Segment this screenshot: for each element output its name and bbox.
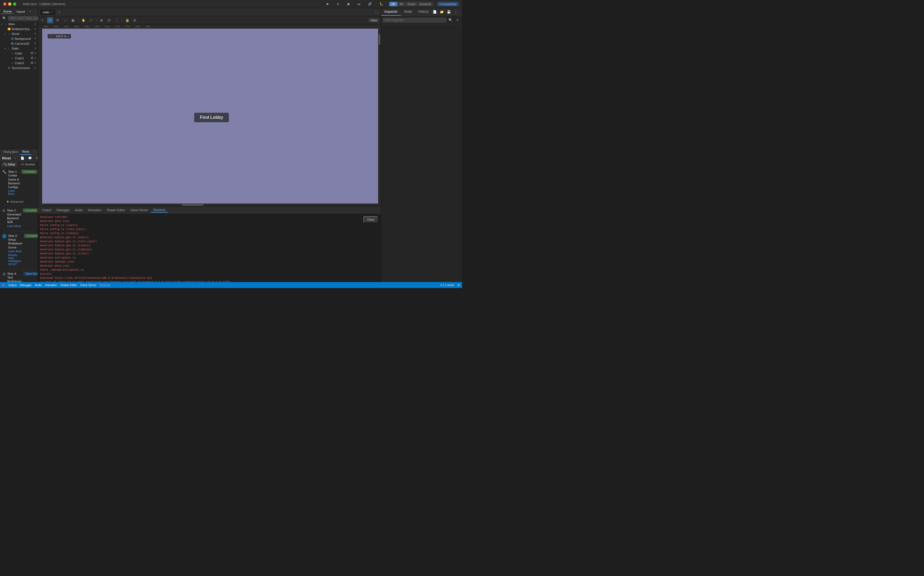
- zoom-out-btn[interactable]: −: [53, 35, 54, 38]
- more-snap-btn[interactable]: ⋮: [114, 17, 120, 23]
- pan-icon[interactable]: ✋: [80, 17, 86, 23]
- maximize-btn[interactable]: [13, 2, 16, 6]
- rivet-nav-develop[interactable]: </> Develop: [18, 162, 37, 166]
- inspector-filter-btn[interactable]: ≡: [454, 17, 460, 23]
- rivet-nav-setup[interactable]: 🔧 Setup: [2, 162, 17, 166]
- tab-output-status[interactable]: Output: [8, 284, 16, 286]
- tree-item-main[interactable]: ▾ ○ Main 👁: [0, 22, 38, 27]
- canvas-viewport[interactable]: ⛶ − 169.6 % + Find Lobby: [42, 29, 381, 206]
- move-icon[interactable]: ✛: [47, 17, 53, 23]
- scene-options-btn[interactable]: ⋮: [33, 10, 37, 14]
- step3-complete-btn[interactable]: Complete: [24, 234, 38, 238]
- debug-btn[interactable]: 🐛: [378, 2, 385, 6]
- tab-scene[interactable]: Scene: [2, 9, 13, 14]
- rivet-discord-btn[interactable]: 💬: [27, 156, 33, 160]
- step2-complete-btn[interactable]: Complete: [23, 208, 38, 213]
- tree-item-multiplayerspawner[interactable]: 📶 MultiplayerSpawner 👁: [0, 27, 38, 31]
- inspector-new-btn[interactable]: 📄: [432, 9, 438, 15]
- tab-backend[interactable]: Backend: [151, 208, 168, 213]
- rivet-login-btn[interactable]: →: [13, 156, 18, 160]
- tree-item-synchronized[interactable]: % Synchronized 👁: [0, 66, 38, 70]
- tab-inspector[interactable]: Inspector: [381, 8, 401, 16]
- remote-btn[interactable]: 🔗: [366, 2, 374, 6]
- tab-animation-status[interactable]: Animation: [45, 284, 57, 286]
- scrollbar-h-thumb[interactable]: [182, 204, 203, 206]
- tab-shader-editor[interactable]: Shader Editor: [104, 208, 128, 212]
- step3-already-link[interactable]: Already have multiplayer set up?: [8, 254, 22, 266]
- tab-game-server[interactable]: Game Server: [128, 208, 151, 212]
- tab-debugger[interactable]: Debugger: [54, 208, 72, 212]
- scrollbar-v-thumb[interactable]: [379, 34, 380, 45]
- lock-icon[interactable]: 🔒: [124, 17, 130, 23]
- view-btn[interactable]: View: [368, 18, 379, 22]
- mode-3d-btn[interactable]: 3D: [397, 2, 405, 6]
- select-icon[interactable]: ↖: [40, 17, 45, 23]
- advanced-row[interactable]: ▶ Advanced: [2, 199, 35, 204]
- tree-item-crate2[interactable]: ○ Crate2 🎬 👁: [0, 56, 38, 61]
- tab-filesystem[interactable]: FileSystem: [1, 149, 20, 155]
- tab-animation[interactable]: Animation: [86, 208, 104, 212]
- step4-open-develop-btn[interactable]: Open Develop: [23, 272, 38, 276]
- smart-snap-icon[interactable]: ⊡: [106, 17, 112, 23]
- tab-node[interactable]: Node: [401, 8, 415, 16]
- visibility-icon-msp[interactable]: 👁: [34, 27, 37, 30]
- compatibility-btn[interactable]: Compatibility: [437, 2, 459, 6]
- inspector-options-btn[interactable]: ⋮: [453, 9, 459, 15]
- step2-learn-more[interactable]: Learn More: [7, 225, 21, 228]
- scale-icon[interactable]: ↔: [62, 17, 68, 23]
- tab-add-btn[interactable]: +: [56, 9, 62, 15]
- canvas-scrollbar-vertical[interactable]: [378, 29, 381, 203]
- editor-tab-main[interactable]: main ✕: [40, 10, 56, 15]
- stop-btn[interactable]: ⏹: [345, 2, 352, 6]
- tree-item-background[interactable]: 🖼 Background 👁: [0, 36, 38, 41]
- tab-history[interactable]: History: [415, 8, 432, 16]
- status-settings-btn[interactable]: ⚙: [457, 284, 460, 286]
- rotate-icon[interactable]: ⟳: [55, 17, 61, 23]
- tab-debugger-status[interactable]: Debugger: [20, 284, 32, 286]
- film-icon-crate3[interactable]: 🎬: [30, 62, 33, 64]
- clear-console-btn[interactable]: Clear: [363, 216, 378, 223]
- visibility-icon-crate3[interactable]: 👁: [34, 62, 37, 64]
- step-btn[interactable]: ⏭: [356, 2, 362, 6]
- pause-btn[interactable]: ⏸: [335, 2, 341, 6]
- tree-item-static[interactable]: ▾ ○ Static 👁: [0, 46, 38, 51]
- film-icon-crate2[interactable]: 🎬: [30, 57, 33, 59]
- mode-2d-btn[interactable]: 2D: [389, 2, 397, 6]
- rivet-docs-btn[interactable]: 📄: [20, 156, 25, 160]
- play-btn[interactable]: ▶: [325, 2, 331, 6]
- visibility-icon-static[interactable]: 👁: [34, 47, 37, 50]
- inspector-folder-btn[interactable]: 📁: [439, 9, 445, 15]
- inspector-filter-input[interactable]: [383, 18, 446, 22]
- panel-options-btn[interactable]: ⋮: [33, 150, 37, 154]
- visibility-icon[interactable]: 👁: [34, 23, 37, 26]
- tree-item-crate[interactable]: ○ Crate 🎬 👁: [0, 51, 38, 56]
- assetlib-btn[interactable]: AssetLib: [417, 2, 433, 6]
- tree-item-crate3[interactable]: ○ Crate3 🎬 👁: [0, 61, 38, 66]
- zoom-in-icon[interactable]: ⤢: [88, 17, 94, 23]
- grid-snap-icon[interactable]: ⊞: [99, 17, 104, 23]
- film-icon-crate[interactable]: 🎬: [30, 52, 33, 55]
- tab-backend-status[interactable]: Backend: [100, 283, 110, 286]
- inspector-save-btn[interactable]: 💾: [446, 9, 452, 15]
- add-node-btn[interactable]: +: [28, 10, 31, 14]
- group-icon[interactable]: ⊟: [132, 17, 138, 23]
- find-lobby-button[interactable]: Find Lobby: [194, 113, 229, 122]
- canvas-scrollbar-horizontal[interactable]: [42, 203, 381, 206]
- zoom-in-btn[interactable]: +: [68, 35, 69, 38]
- rivet-settings-gear-btn[interactable]: ⚙: [35, 156, 38, 160]
- step1-learn-more[interactable]: Learn More: [8, 189, 20, 195]
- visibility-icon-world[interactable]: 👁: [34, 32, 37, 35]
- step3-learn-more[interactable]: Learn More: [8, 250, 22, 253]
- fullscreen-btn[interactable]: ⛶: [374, 10, 379, 14]
- tree-item-world[interactable]: ▾ ○ World 👁: [0, 31, 38, 36]
- minimize-btn[interactable]: [8, 2, 11, 6]
- tab-output[interactable]: Output: [40, 208, 54, 212]
- step1-complete-btn[interactable]: Complete: [21, 170, 37, 174]
- visibility-icon-crate[interactable]: 👁: [34, 52, 37, 55]
- tab-close-main[interactable]: ✕: [51, 11, 53, 14]
- inspector-back-btn[interactable]: ◀: [460, 9, 462, 15]
- visibility-icon-sync[interactable]: 👁: [34, 67, 37, 69]
- tab-shader-status[interactable]: Shader Editor: [60, 284, 77, 286]
- visibility-icon-cam[interactable]: 👁: [34, 42, 37, 45]
- tab-import[interactable]: Import: [15, 10, 27, 14]
